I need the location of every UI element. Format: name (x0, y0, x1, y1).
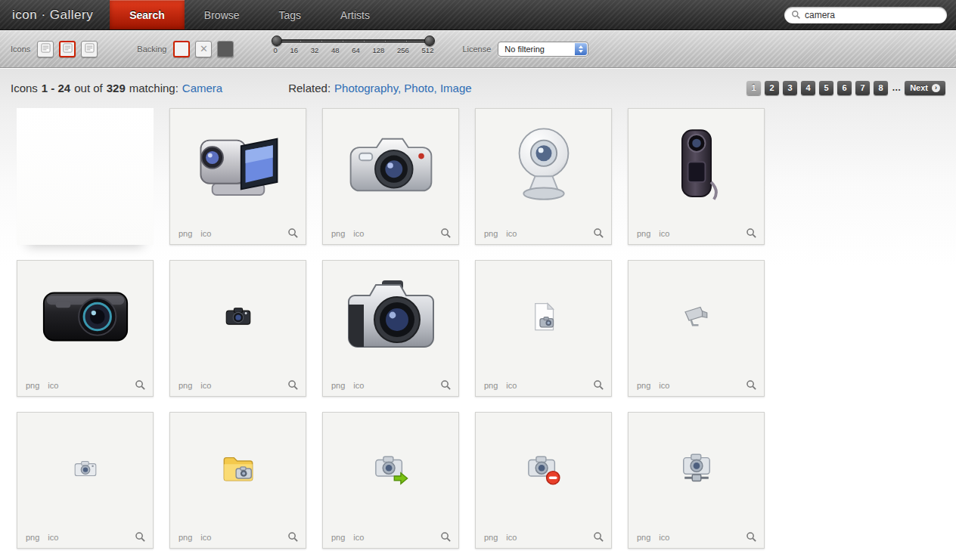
backing-filter-label: Backing (137, 45, 166, 54)
ico-format-link[interactable]: ico (200, 381, 211, 390)
icon-card[interactable]: pngico (17, 260, 154, 397)
icon-card[interactable]: pngico (322, 412, 459, 549)
tab-search[interactable]: Search (110, 0, 185, 29)
png-format-link[interactable]: png (484, 381, 498, 390)
png-format-link[interactable]: png (331, 533, 345, 542)
empty-card-slot (17, 108, 154, 245)
page-2-button[interactable]: 2 (765, 81, 779, 95)
camera-export-icon (323, 413, 458, 524)
icon-card[interactable]: pngico (17, 412, 154, 549)
png-format-link[interactable]: png (331, 381, 345, 390)
zoom-preview-icon[interactable] (135, 531, 146, 543)
zoom-preview-icon[interactable] (287, 531, 299, 543)
card-footer: pngico (178, 531, 299, 543)
icons-style-plain-button[interactable] (37, 41, 54, 57)
png-format-link[interactable]: png (331, 229, 345, 238)
icon-card[interactable]: pngico (475, 412, 612, 549)
ico-format-link[interactable]: ico (353, 381, 364, 390)
page-3-button[interactable]: 3 (783, 81, 797, 95)
related-link-image[interactable]: Image (440, 82, 472, 94)
zoom-preview-icon[interactable] (746, 227, 757, 239)
tab-browse[interactable]: Browse (185, 0, 259, 29)
size-slider-track[interactable] (273, 39, 433, 43)
page-6-button[interactable]: 6 (837, 81, 852, 95)
search-box[interactable] (784, 7, 947, 23)
png-format-link[interactable]: png (26, 533, 39, 542)
png-format-link[interactable]: png (484, 533, 498, 542)
zoom-preview-icon[interactable] (440, 379, 452, 391)
zoom-preview-icon[interactable] (746, 531, 757, 543)
ico-format-link[interactable]: ico (353, 229, 364, 238)
ico-format-link[interactable]: ico (659, 533, 669, 542)
card-footer: pngico (331, 531, 452, 543)
png-format-link[interactable]: png (484, 229, 498, 238)
query-link[interactable]: Camera (182, 82, 222, 94)
ico-format-link[interactable]: ico (48, 533, 58, 542)
icon-card[interactable]: pngico (628, 108, 765, 245)
related-link-photo[interactable]: Photo (404, 82, 440, 94)
icons-style-selected-button[interactable] (59, 41, 76, 57)
icon-card[interactable]: pngico (169, 260, 306, 397)
related-link-photography[interactable]: Photography (334, 82, 404, 94)
results-outof-word: out of (74, 82, 103, 94)
page-4-button[interactable]: 4 (801, 81, 815, 95)
icon-card[interactable]: pngico (628, 260, 765, 397)
icon-card[interactable]: pngico (169, 412, 306, 549)
transparent-backing-button[interactable]: ✕ (195, 41, 212, 57)
ico-format-link[interactable]: ico (506, 381, 517, 390)
zoom-preview-icon[interactable] (135, 379, 146, 391)
zoom-preview-icon[interactable] (746, 379, 757, 391)
license-select[interactable]: No filtering (498, 42, 588, 57)
icon-card[interactable]: pngico (475, 108, 612, 245)
zoom-preview-icon[interactable] (593, 227, 604, 239)
size-slider-min-handle[interactable] (272, 36, 282, 46)
png-format-link[interactable]: png (178, 533, 192, 542)
results-icons-word: Icons (11, 82, 38, 94)
icons-style-grid-button[interactable] (81, 41, 98, 57)
icon-card[interactable]: pngico (322, 108, 459, 245)
zoom-preview-icon[interactable] (287, 227, 299, 239)
png-format-link[interactable]: png (637, 229, 650, 238)
ico-format-link[interactable]: ico (659, 229, 669, 238)
results-matching-word: matching: (129, 82, 178, 94)
card-footer: pngico (178, 379, 299, 391)
dark-backing-button[interactable] (217, 41, 234, 57)
transparent-x-icon: ✕ (200, 44, 208, 54)
zoom-preview-icon[interactable] (440, 531, 452, 543)
png-format-link[interactable]: png (178, 229, 192, 238)
icon-card[interactable]: pngico (628, 412, 765, 549)
ico-format-link[interactable]: ico (200, 533, 211, 542)
page-5-button[interactable]: 5 (819, 81, 833, 95)
ico-format-link[interactable]: ico (200, 229, 211, 238)
ico-format-link[interactable]: ico (506, 533, 517, 542)
next-page-button[interactable]: Next› (905, 81, 945, 95)
icon-card[interactable]: pngico (169, 108, 306, 245)
grid-row: pngicopngicopngicopngicopngico (17, 260, 956, 397)
ico-format-link[interactable]: ico (506, 229, 517, 238)
pagination: 12345678…Next› (746, 81, 945, 95)
icon-card[interactable]: pngico (322, 260, 459, 397)
zoom-preview-icon[interactable] (593, 531, 604, 543)
size-slider-max-handle[interactable] (424, 36, 435, 46)
png-format-link[interactable]: png (178, 381, 192, 390)
png-format-link[interactable]: png (26, 381, 39, 390)
related-label: Related: (288, 82, 331, 94)
icon-card[interactable]: pngico (475, 260, 612, 397)
white-backing-button[interactable] (173, 41, 190, 57)
zoom-preview-icon[interactable] (287, 379, 299, 391)
camcorder-icon (170, 109, 306, 220)
ico-format-link[interactable]: ico (48, 381, 58, 390)
tab-tags[interactable]: Tags (259, 0, 321, 29)
ico-format-link[interactable]: ico (659, 381, 669, 390)
png-format-link[interactable]: png (637, 381, 650, 390)
page-8-button[interactable]: 8 (874, 81, 888, 95)
ico-format-link[interactable]: ico (353, 533, 364, 542)
page-7-button[interactable]: 7 (855, 81, 870, 95)
zoom-preview-icon[interactable] (440, 227, 452, 239)
zoom-preview-icon[interactable] (593, 379, 604, 391)
next-arrow-icon: › (932, 84, 940, 92)
search-input[interactable] (805, 10, 940, 20)
png-format-link[interactable]: png (637, 533, 650, 542)
results-total: 329 (107, 82, 126, 94)
tab-artists[interactable]: Artists (321, 0, 390, 29)
